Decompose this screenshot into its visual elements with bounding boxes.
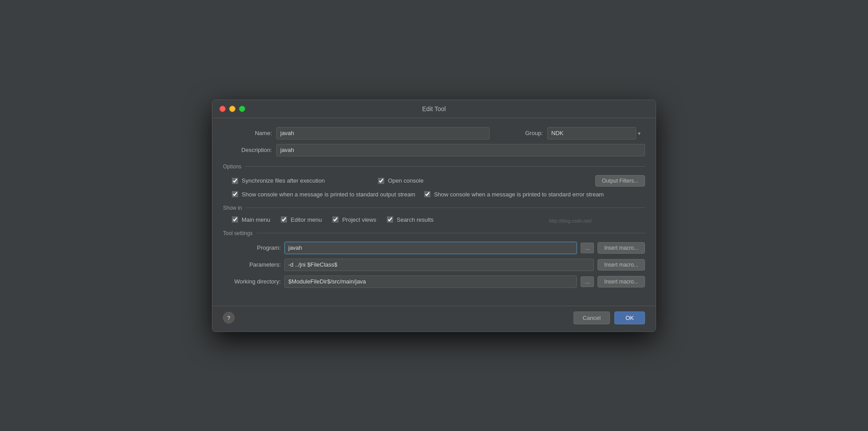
synchronize-files-option[interactable]: Synchronize files after execution: [232, 177, 325, 184]
open-console-option[interactable]: Open console: [378, 177, 423, 184]
parameters-insert-macro-button[interactable]: Insert macro...: [597, 259, 645, 271]
tool-settings-section: Tool settings Program: ... Insert macro.…: [223, 230, 645, 288]
show-in-title: Show in: [223, 205, 242, 211]
name-section: Name:: [223, 127, 490, 140]
main-menu-checkbox[interactable]: [232, 216, 238, 223]
cancel-button[interactable]: Cancel: [573, 311, 610, 324]
search-results-option[interactable]: Search results: [387, 216, 434, 223]
title-bar: Edit Tool: [212, 100, 656, 118]
synchronize-files-label: Synchronize files after execution: [242, 177, 325, 184]
parameters-label: Parameters:: [223, 261, 281, 268]
dialog-footer: ? Cancel OK: [212, 306, 656, 331]
open-console-checkbox[interactable]: [378, 178, 384, 184]
group-section: Group: NDK: [494, 127, 645, 140]
name-label: Name:: [223, 130, 272, 136]
show-console-stderr-label: Show console when a message is printed t…: [434, 191, 604, 198]
project-views-label: Project views: [342, 216, 376, 223]
program-ellipsis-button[interactable]: ...: [581, 243, 594, 253]
tool-settings-title: Tool settings: [223, 230, 253, 236]
editor-menu-label: Editor menu: [291, 216, 322, 223]
ok-button[interactable]: OK: [614, 311, 645, 324]
show-in-header: Show in: [223, 205, 645, 211]
working-directory-row: Working directory: ... Insert macro...: [223, 275, 645, 288]
working-directory-insert-macro-button[interactable]: Insert macro...: [597, 276, 645, 287]
search-results-checkbox[interactable]: [387, 216, 393, 223]
program-row: Program: ... Insert macro...: [223, 242, 645, 254]
traffic-lights: [219, 106, 245, 112]
options-row-2: Show console when a message is printed t…: [223, 191, 645, 198]
editor-menu-checkbox[interactable]: [281, 216, 287, 223]
show-console-stderr-checkbox[interactable]: [424, 191, 430, 197]
options-section: Options Synchronize files after executio…: [223, 164, 645, 198]
group-label: Group:: [494, 130, 543, 136]
open-console-label: Open console: [388, 177, 423, 184]
help-button[interactable]: ?: [223, 312, 235, 323]
dialog-title: Edit Tool: [422, 105, 446, 112]
description-input[interactable]: [276, 144, 645, 156]
project-views-option[interactable]: Project views: [332, 216, 376, 223]
search-results-label: Search results: [397, 216, 434, 223]
synchronize-files-checkbox[interactable]: [232, 178, 238, 184]
program-input[interactable]: [284, 242, 577, 254]
show-in-content: Main menu Editor menu Project views Sear…: [223, 216, 645, 223]
name-group-row: Name: Group: NDK: [223, 127, 645, 140]
program-insert-macro-button[interactable]: Insert macro...: [597, 242, 645, 254]
editor-menu-option[interactable]: Editor menu: [281, 216, 322, 223]
main-menu-option[interactable]: Main menu: [232, 216, 270, 223]
group-select[interactable]: NDK: [547, 127, 636, 140]
name-input[interactable]: [276, 127, 490, 140]
working-directory-input[interactable]: [284, 275, 577, 288]
working-directory-ellipsis-button[interactable]: ...: [581, 276, 594, 287]
footer-buttons: Cancel OK: [573, 311, 645, 324]
program-label: Program:: [223, 244, 281, 251]
show-console-stdout-option[interactable]: Show console when a message is printed t…: [232, 191, 415, 198]
tool-settings-header: Tool settings: [223, 230, 645, 236]
working-directory-label: Working directory:: [223, 278, 281, 285]
show-console-stdout-label: Show console when a message is printed t…: [242, 191, 415, 198]
show-console-stderr-option[interactable]: Show console when a message is printed t…: [424, 191, 604, 198]
options-header: Options: [223, 164, 645, 170]
output-filters-button[interactable]: Output Filters...: [595, 175, 645, 187]
dialog-body: Name: Group: NDK Description: Options: [212, 118, 656, 306]
maximize-button[interactable]: [239, 106, 245, 112]
show-console-stdout-checkbox[interactable]: [232, 191, 238, 197]
parameters-input[interactable]: [284, 259, 594, 271]
main-menu-label: Main menu: [242, 216, 270, 223]
project-views-checkbox[interactable]: [332, 216, 338, 223]
watermark: http://blog.csdn.net/: [549, 216, 592, 225]
options-row-1: Synchronize files after execution Open c…: [223, 175, 645, 187]
edit-tool-dialog: Edit Tool Name: Group: NDK Description:: [212, 100, 656, 332]
minimize-button[interactable]: [229, 106, 235, 112]
group-select-wrapper: NDK: [547, 127, 645, 140]
parameters-row: Parameters: Insert macro...: [223, 259, 645, 271]
close-button[interactable]: [219, 106, 226, 112]
description-label: Description:: [223, 147, 272, 153]
show-in-section: Show in Main menu Editor menu Project vi…: [223, 205, 645, 223]
options-title: Options: [223, 164, 241, 170]
description-row: Description:: [223, 144, 645, 156]
